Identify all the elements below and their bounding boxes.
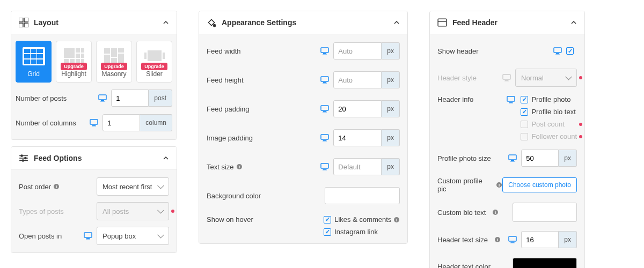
svg-rect-80	[509, 155, 516, 160]
show-header-label: Show header	[437, 47, 551, 55]
notification-dot-icon	[579, 123, 582, 126]
feed-padding-input[interactable]	[333, 100, 382, 117]
svg-rect-57	[323, 111, 326, 112]
svg-point-41	[25, 157, 26, 159]
svg-rect-10	[37, 54, 43, 58]
desktop-icon	[90, 118, 98, 127]
header-text-size-label: Header text size i	[437, 236, 506, 244]
svg-rect-69	[438, 19, 447, 26]
svg-rect-91	[510, 243, 515, 243]
svg-rect-78	[509, 102, 513, 103]
svg-rect-50	[321, 48, 328, 53]
follower-count-checkbox-row: Follower count	[521, 132, 577, 140]
svg-rect-52	[323, 54, 327, 55]
profile-photo-size-input[interactable]	[521, 150, 559, 167]
post-order-select[interactable]: Most recent first	[97, 177, 169, 196]
image-padding-label: Image padding	[207, 134, 318, 142]
svg-rect-73	[555, 54, 560, 55]
desktop-icon	[320, 47, 329, 55]
desktop-icon	[507, 95, 515, 104]
svg-rect-17	[76, 54, 80, 58]
svg-rect-12	[31, 59, 36, 64]
unit-label: px	[382, 42, 400, 59]
checkbox-icon	[521, 96, 528, 103]
svg-rect-5	[24, 49, 30, 53]
svg-rect-71	[554, 48, 561, 53]
feed-height-input[interactable]	[333, 71, 382, 88]
profile-bio-checkbox-row[interactable]: Profile bio text	[521, 108, 577, 116]
likes-comments-checkbox-row[interactable]: Likes & comments i	[324, 215, 400, 224]
background-color-input[interactable]	[325, 187, 400, 204]
upgrade-badge: Upgrade	[101, 63, 127, 70]
chevron-up-icon	[393, 19, 400, 26]
svg-rect-11	[24, 59, 30, 64]
svg-point-39	[21, 155, 23, 157]
layout-card-label: Masonry	[101, 70, 126, 78]
svg-rect-36	[92, 125, 96, 126]
desktop-icon	[84, 232, 92, 240]
sliders-icon	[19, 153, 28, 163]
number-of-columns-input[interactable]	[103, 114, 140, 131]
profile-photo-checkbox-row[interactable]: Profile photo	[521, 95, 577, 103]
post-order-row: Post orderi Most recent first	[19, 177, 169, 196]
svg-rect-15	[76, 48, 80, 53]
image-padding-input[interactable]	[333, 129, 382, 146]
svg-rect-34	[100, 101, 105, 102]
instagram-link-checkbox-row[interactable]: Instagram link	[324, 228, 400, 236]
grid-thumb-icon	[21, 46, 47, 67]
open-posts-in-select[interactable]: Popup box	[97, 227, 169, 245]
desktop-icon	[553, 47, 562, 55]
text-size-input[interactable]	[333, 158, 382, 175]
feed-padding-row: Feed padding px	[207, 100, 400, 118]
feed-width-input[interactable]	[333, 42, 382, 59]
header-style-row: Header style Normal	[437, 69, 577, 87]
layout-panel-header[interactable]: Layout	[11, 11, 177, 34]
svg-rect-79	[509, 103, 513, 103]
svg-rect-25	[111, 48, 117, 57]
choose-custom-photo-button[interactable]: Choose custom photo	[502, 177, 577, 192]
custom-bio-text-label: Custom bio text i	[437, 209, 513, 217]
layout-card-label: Grid	[27, 70, 40, 78]
header-text-color-input[interactable]	[513, 258, 577, 268]
follower-count-label: Follower count	[531, 132, 577, 140]
desktop-icon	[502, 73, 511, 82]
svg-rect-72	[556, 53, 559, 54]
svg-rect-2	[19, 23, 23, 27]
svg-rect-65	[323, 169, 326, 170]
header-style-select: Normal	[515, 69, 577, 87]
post-count-label: Post count	[531, 120, 564, 128]
appearance-header[interactable]: Appearance Settings	[199, 11, 407, 34]
svg-rect-66	[323, 170, 327, 170]
svg-rect-75	[505, 80, 508, 81]
profile-photo-size-label: Profile photo size	[437, 154, 506, 162]
custom-bio-textarea[interactable]	[513, 203, 577, 222]
number-of-posts-input[interactable]	[111, 90, 149, 107]
desktop-icon	[508, 154, 517, 162]
text-size-label: Text sizei	[207, 163, 318, 171]
svg-rect-3	[24, 23, 28, 27]
show-on-hover-row: Show on hover Likes & comments i Instagr…	[207, 215, 400, 236]
svg-rect-31	[163, 53, 165, 59]
appearance-title: Appearance Settings	[222, 18, 393, 27]
unit-label: post	[149, 90, 172, 107]
layout-card-slider[interactable]: Upgrade Slider	[136, 41, 172, 83]
layout-card-grid[interactable]: Grid	[16, 41, 52, 83]
desktop-icon	[320, 162, 329, 171]
checkbox-icon	[324, 216, 331, 224]
svg-rect-46	[84, 233, 92, 237]
layout-card-label: Slider	[146, 70, 163, 78]
post-order-label: Post orderi	[19, 183, 97, 191]
profile-photo-label: Profile photo	[531, 95, 570, 103]
layout-card-highlight[interactable]: Upgrade Highlight	[56, 41, 92, 83]
feed-options-panel: Feed Options Post orderi Most recent fir…	[11, 146, 177, 253]
show-header-checkbox[interactable]	[566, 47, 574, 55]
layout-card-masonry[interactable]: Upgrade Masonry	[96, 41, 132, 83]
feed-header-header[interactable]: Feed Header	[430, 11, 584, 34]
feed-options-header[interactable]: Feed Options	[11, 147, 177, 170]
types-of-posts-row: Types of posts All posts	[19, 202, 169, 220]
notification-dot-icon	[579, 76, 582, 79]
header-text-size-input[interactable]	[521, 231, 559, 248]
svg-rect-14	[64, 48, 75, 58]
checkbox-icon	[521, 121, 528, 128]
checkbox-icon	[521, 108, 528, 116]
